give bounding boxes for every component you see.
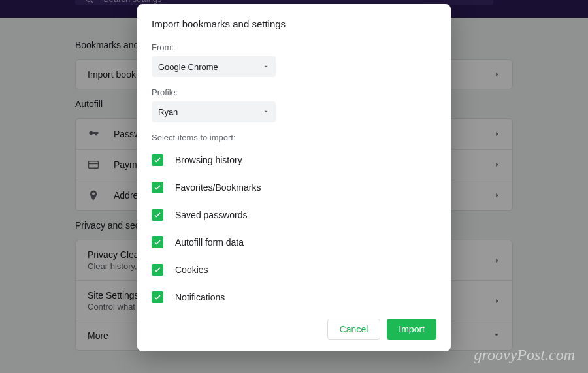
checkbox[interactable] [152,236,163,248]
profile-selected-value: Ryan [158,107,178,117]
check-icon [154,156,161,164]
check-icon [154,184,161,191]
import-item-label: Cookies [175,265,208,275]
import-item: Saved passwords [152,209,436,221]
import-item: Autofill form data [152,236,436,248]
import-dialog: Import bookmarks and settings From: Goog… [137,4,451,351]
from-selected-value: Google Chrome [158,62,218,72]
import-item: Favorites/Bookmarks [152,182,436,193]
checkbox[interactable] [152,154,163,166]
items-label: Select items to import: [152,133,436,142]
profile-select[interactable]: Ryan [152,101,276,122]
import-item: Notifications [152,291,436,303]
check-icon [154,266,161,274]
checkbox[interactable] [152,264,163,276]
import-item: Cookies [152,264,436,276]
from-select[interactable]: Google Chrome [152,56,276,77]
from-label: From: [152,42,436,52]
checkbox[interactable] [152,291,163,303]
import-item-label: Favorites/Bookmarks [175,182,261,193]
check-icon [154,211,161,219]
import-item-label: Saved passwords [175,210,248,220]
import-items-list: Browsing historyFavorites/BookmarksSaved… [152,154,436,303]
dialog-actions: Cancel Import [152,319,436,340]
dropdown-icon [263,63,269,70]
dropdown-icon [263,108,269,115]
cancel-label: Cancel [340,324,368,334]
import-button[interactable]: Import [387,319,436,340]
check-icon [154,238,161,246]
dialog-title: Import bookmarks and settings [152,18,436,29]
profile-label: Profile: [152,88,436,97]
checkbox[interactable] [152,182,163,193]
check-icon [154,293,161,301]
import-item-label: Autofill form data [175,237,244,248]
modal-overlay: Import bookmarks and settings From: Goog… [0,0,588,373]
cancel-button[interactable]: Cancel [327,319,381,340]
import-label: Import [399,324,425,334]
import-item: Browsing history [152,154,436,166]
import-item-label: Notifications [175,292,225,302]
checkbox[interactable] [152,209,163,221]
import-item-label: Browsing history [175,155,242,165]
